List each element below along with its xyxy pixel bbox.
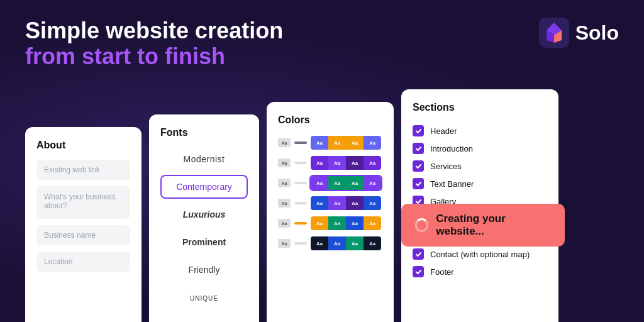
color-group-5[interactable]: Aa Aa Aa Aa bbox=[309, 215, 382, 231]
tagline-line1: Simple website creation bbox=[25, 18, 283, 43]
about-card: About Existing web link What's your busi… bbox=[25, 127, 142, 322]
dot-6 bbox=[294, 242, 307, 245]
checkbox-footer[interactable] bbox=[413, 266, 424, 277]
about-field-location[interactable]: Location bbox=[36, 252, 130, 272]
color-group-4[interactable]: Aa Aa Aa Aa bbox=[309, 195, 382, 211]
swatch: Aa bbox=[364, 136, 381, 150]
swatch: Aa bbox=[346, 176, 364, 190]
swatch: Aa bbox=[364, 156, 381, 170]
sections-card-title: Sections bbox=[413, 102, 547, 113]
section-item-services[interactable]: Services bbox=[413, 157, 547, 175]
section-label-introduction: Introduction bbox=[430, 144, 473, 153]
color-group-2[interactable]: Aa Aa Aa Aa bbox=[309, 155, 382, 171]
section-item-footer[interactable]: Footer bbox=[413, 263, 547, 280]
color-row-6[interactable]: Aa Aa Aa Aa Aa bbox=[278, 235, 382, 252]
swatch: Aa bbox=[364, 216, 381, 230]
dot-3 bbox=[294, 182, 307, 184]
about-field-business[interactable]: What's your business about? bbox=[36, 186, 130, 219]
swatch: Aa bbox=[311, 216, 328, 230]
colors-card: Colors Aa Aa Aa Aa Aa Aa Aa Aa Aa Aa bbox=[267, 102, 394, 322]
checkbox-services[interactable] bbox=[413, 160, 424, 172]
font-option-unique[interactable]: unique bbox=[160, 286, 248, 309]
about-card-title: About bbox=[36, 140, 130, 151]
swatch: Aa bbox=[346, 156, 364, 170]
dot-5 bbox=[294, 222, 307, 225]
fonts-card-title: Fonts bbox=[160, 127, 248, 138]
spinner-icon bbox=[415, 218, 428, 232]
sections-card: Sections Header Introduction Services Te… bbox=[401, 89, 558, 322]
swatch: Aa bbox=[346, 196, 364, 210]
checkbox-textbanner[interactable] bbox=[413, 178, 424, 189]
color-label-aa: Aa bbox=[278, 179, 291, 187]
cards-container: About Existing web link What's your busi… bbox=[25, 89, 619, 322]
section-label-header: Header bbox=[430, 126, 457, 136]
creating-website-toast: Creating your website... bbox=[401, 204, 565, 247]
dot-4 bbox=[294, 202, 307, 204]
section-label-contact: Contact (with optional map) bbox=[430, 250, 530, 259]
swatch: Aa bbox=[364, 176, 381, 190]
swatch: Aa bbox=[311, 156, 328, 170]
color-group-1[interactable]: Aa Aa Aa Aa bbox=[309, 135, 382, 151]
color-group-6[interactable]: Aa Aa Aa Aa bbox=[309, 235, 382, 252]
swatch: Aa bbox=[328, 136, 346, 150]
checkbox-header[interactable] bbox=[413, 125, 424, 136]
swatch: Aa bbox=[311, 136, 328, 150]
font-option-prominent[interactable]: Prominent bbox=[160, 230, 248, 254]
section-label-services: Services bbox=[430, 162, 462, 171]
swatch: Aa bbox=[311, 196, 328, 210]
colors-card-title: Colors bbox=[278, 114, 382, 126]
swatch: Aa bbox=[364, 196, 381, 210]
about-field-name[interactable]: Business name bbox=[36, 225, 130, 245]
color-row-2[interactable]: Aa Aa Aa Aa Aa bbox=[278, 155, 382, 171]
swatch: Aa bbox=[328, 196, 346, 210]
color-group-3-selected[interactable]: Aa Aa Aa Aa bbox=[309, 175, 382, 191]
dot-1 bbox=[294, 142, 307, 144]
headline: Simple website creation from start to fi… bbox=[25, 18, 283, 70]
swatch: Aa bbox=[311, 176, 328, 190]
color-row-4[interactable]: Aa Aa Aa Aa Aa bbox=[278, 195, 382, 211]
section-label-footer: Footer bbox=[430, 267, 454, 277]
color-row-3[interactable]: Aa Aa Aa Aa Aa bbox=[278, 175, 382, 191]
swatch: Aa bbox=[311, 236, 328, 250]
top-section: Simple website creation from start to fi… bbox=[0, 0, 644, 70]
swatch: Aa bbox=[346, 236, 364, 250]
color-label-aa: Aa bbox=[278, 158, 291, 167]
color-row-5[interactable]: Aa Aa Aa Aa Aa bbox=[278, 215, 382, 231]
color-label-aa: Aa bbox=[278, 138, 291, 147]
checkbox-contact[interactable] bbox=[413, 248, 424, 260]
font-option-contemporary[interactable]: Contemporary bbox=[160, 175, 248, 199]
swatch: Aa bbox=[328, 156, 346, 170]
toast-text: Creating your website... bbox=[436, 213, 551, 238]
section-item-introduction[interactable]: Introduction bbox=[413, 140, 547, 157]
font-option-luxurious[interactable]: Luxurious bbox=[160, 203, 248, 226]
font-option-friendly[interactable]: Friendly bbox=[160, 258, 248, 282]
section-item-header[interactable]: Header bbox=[413, 122, 547, 140]
color-row-1[interactable]: Aa Aa Aa Aa Aa bbox=[278, 135, 382, 151]
logo-area: Solo bbox=[539, 18, 619, 48]
color-label-aa: Aa bbox=[278, 239, 291, 248]
swatch: Aa bbox=[328, 236, 346, 250]
swatch: Aa bbox=[346, 136, 364, 150]
color-label-aa: Aa bbox=[278, 199, 291, 208]
swatch: Aa bbox=[328, 216, 346, 230]
solo-logo-icon bbox=[539, 18, 569, 48]
color-label-aa: Aa bbox=[278, 219, 291, 228]
logo-text: Solo bbox=[575, 21, 619, 45]
tagline-line2: from start to finish bbox=[25, 43, 283, 69]
font-option-modernist[interactable]: Modernist bbox=[160, 147, 248, 171]
section-label-textbanner: Text Banner bbox=[430, 179, 474, 189]
swatch: Aa bbox=[364, 236, 381, 250]
swatch: Aa bbox=[346, 216, 364, 230]
dot-2 bbox=[294, 162, 307, 164]
swatch: Aa bbox=[328, 176, 346, 190]
fonts-card: Fonts Modernist Contemporary Luxurious P… bbox=[149, 114, 259, 322]
section-item-contact[interactable]: Contact (with optional map) bbox=[413, 245, 547, 263]
section-item-textbanner[interactable]: Text Banner bbox=[413, 175, 547, 192]
checkbox-introduction[interactable] bbox=[413, 143, 424, 154]
about-field-weblink[interactable]: Existing web link bbox=[36, 160, 130, 180]
